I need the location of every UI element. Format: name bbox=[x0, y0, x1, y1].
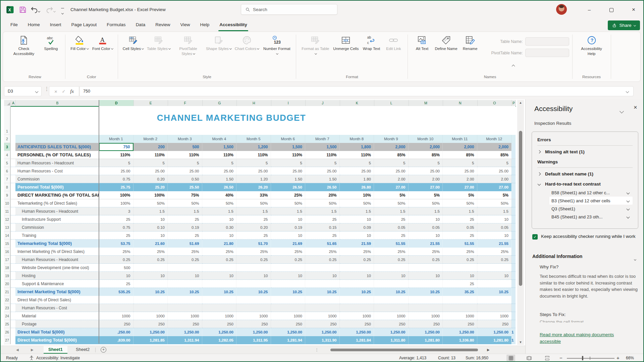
cell[interactable] bbox=[11, 336, 15, 344]
cell[interactable]: 1000 bbox=[236, 312, 271, 320]
column-header-N[interactable]: N bbox=[443, 100, 478, 106]
contrast-item[interactable]: B3 (Sheet1) and 12 other cells bbox=[549, 197, 633, 205]
undo-dropdown-icon[interactable] bbox=[38, 7, 40, 13]
row-label[interactable]: Support & Maintenance bbox=[15, 280, 99, 288]
pane-collapse-icon[interactable] bbox=[620, 108, 623, 114]
cell[interactable] bbox=[340, 304, 374, 312]
cell[interactable]: 1,250.00 bbox=[133, 328, 168, 336]
row-header-4[interactable]: 4 bbox=[4, 151, 11, 159]
scroll-right-icon[interactable]: ▶ bbox=[487, 346, 490, 354]
cell[interactable]: 1.5 bbox=[133, 207, 168, 215]
cell[interactable]: 10 bbox=[168, 272, 202, 280]
cell[interactable]: 0.25 bbox=[374, 256, 409, 264]
cell[interactable]: Month 9 bbox=[374, 135, 409, 143]
row-header-15[interactable]: 15 bbox=[4, 240, 11, 248]
add-sheet-button[interactable]: + bbox=[101, 347, 106, 353]
cell[interactable]: 1000 bbox=[374, 312, 409, 320]
cell[interactable] bbox=[409, 280, 443, 288]
cell[interactable] bbox=[512, 207, 516, 215]
cell[interactable]: 10 bbox=[202, 231, 237, 240]
zoom-slider-thumb[interactable] bbox=[582, 356, 583, 360]
zoom-out-button[interactable]: − bbox=[559, 354, 562, 362]
cell[interactable]: 25 bbox=[305, 231, 340, 240]
row-header-20[interactable]: 20 bbox=[4, 280, 11, 288]
cell[interactable]: 5% bbox=[409, 191, 443, 199]
cell[interactable]: 1,311.94 bbox=[168, 336, 202, 344]
row-label[interactable]: Infrastructure Support bbox=[15, 215, 99, 223]
cell[interactable]: 0.15 bbox=[305, 223, 340, 231]
cell[interactable]: 1.5 bbox=[443, 207, 477, 215]
cell[interactable]: 10.25 bbox=[477, 288, 512, 296]
cell[interactable]: 5% bbox=[374, 191, 409, 199]
cell[interactable]: 25.00 bbox=[374, 167, 409, 175]
cell[interactable] bbox=[11, 159, 15, 167]
cell[interactable]: 1,250.00 bbox=[236, 328, 271, 336]
column-header-D[interactable]: D bbox=[99, 100, 134, 106]
cell[interactable]: 50% bbox=[305, 199, 340, 207]
cell[interactable] bbox=[11, 256, 15, 264]
cell[interactable] bbox=[512, 240, 516, 248]
row-header-12[interactable]: 12 bbox=[4, 215, 11, 223]
cell[interactable]: 1,500 bbox=[202, 143, 237, 151]
row-header-5[interactable]: 5 bbox=[4, 159, 11, 167]
cell[interactable]: 1000 bbox=[443, 312, 477, 320]
cell[interactable]: 110% bbox=[340, 151, 374, 159]
cell[interactable]: 27.00 bbox=[443, 183, 477, 191]
cell[interactable]: 250 bbox=[477, 320, 512, 328]
cell[interactable]: 25.00 bbox=[168, 167, 202, 175]
cell[interactable]: Month 11 bbox=[443, 135, 477, 143]
cell[interactable]: 250 bbox=[271, 320, 306, 328]
row-header-13[interactable]: 13 bbox=[4, 223, 11, 231]
contrast-item[interactable]: B58 (Sheet1) and 12 other c... bbox=[549, 189, 633, 197]
cell[interactable]: 75% bbox=[168, 191, 202, 199]
keep-checker-row[interactable]: ✓ Keep accessibility checker running whi… bbox=[532, 234, 637, 240]
contrast-group-item[interactable]: Hard-to-read text contrast bbox=[537, 182, 633, 187]
row-header-25[interactable]: 25 bbox=[4, 320, 11, 328]
cell[interactable]: 10.25 bbox=[374, 288, 409, 296]
row-label[interactable]: Training bbox=[15, 231, 99, 240]
cell[interactable]: 250 bbox=[340, 320, 374, 328]
cell[interactable]: 250 bbox=[168, 320, 202, 328]
tab-page-layout[interactable]: Page Layout bbox=[66, 19, 102, 32]
vertical-scrollbar[interactable]: ▲ ▼ bbox=[517, 100, 524, 345]
row-header-14[interactable]: 14 bbox=[4, 231, 11, 240]
cell[interactable]: 25.00 bbox=[236, 167, 271, 175]
cell[interactable] bbox=[11, 328, 15, 336]
cell[interactable] bbox=[11, 135, 15, 143]
cell[interactable]: 110% bbox=[99, 151, 133, 159]
cell[interactable]: 21.55 bbox=[409, 240, 443, 248]
cell[interactable]: 5 bbox=[409, 159, 443, 167]
cell[interactable]: 25 bbox=[443, 280, 477, 288]
cell[interactable]: 25.00 bbox=[133, 167, 168, 175]
cell[interactable]: 10.25 bbox=[236, 288, 271, 296]
cell[interactable]: 250 bbox=[99, 320, 133, 328]
cell-styles-button[interactable]: Cell Styles bbox=[121, 33, 145, 51]
rename-button[interactable]: Rename bbox=[459, 33, 481, 51]
cell[interactable] bbox=[512, 199, 516, 207]
cell[interactable] bbox=[11, 288, 15, 296]
tab-insert[interactable]: Insert bbox=[45, 19, 66, 32]
cell[interactable]: 1,311.90 bbox=[305, 336, 340, 344]
cell[interactable]: 110% bbox=[236, 151, 271, 159]
contrast-item[interactable]: Q3 (Sheet1) bbox=[549, 205, 633, 213]
cell[interactable]: 10 bbox=[202, 272, 237, 280]
cell[interactable]: 25.00 bbox=[340, 167, 374, 175]
cell[interactable] bbox=[11, 199, 15, 207]
row-header-8[interactable]: 8 bbox=[4, 183, 11, 191]
cell[interactable]: 1,500 bbox=[305, 143, 340, 151]
cell[interactable] bbox=[443, 296, 477, 304]
close-button[interactable]: × bbox=[628, 5, 639, 14]
normal-view-button[interactable] bbox=[506, 355, 515, 361]
cell[interactable]: 25.00 bbox=[409, 167, 443, 175]
collapse-ribbon-icon[interactable] bbox=[512, 63, 515, 69]
cell[interactable]: 1.50 bbox=[305, 175, 340, 183]
cell[interactable] bbox=[512, 223, 516, 231]
cell[interactable]: Month 4 bbox=[202, 135, 237, 143]
formula-bar-handle[interactable]: ⋮ bbox=[44, 86, 49, 92]
cell[interactable] bbox=[443, 106, 477, 135]
cell[interactable]: 250 bbox=[305, 320, 340, 328]
cell[interactable] bbox=[236, 304, 271, 312]
cell[interactable]: 2.00 bbox=[443, 175, 477, 183]
cell[interactable]: 10.25 bbox=[340, 288, 374, 296]
row-label[interactable]: Commission bbox=[15, 175, 99, 183]
